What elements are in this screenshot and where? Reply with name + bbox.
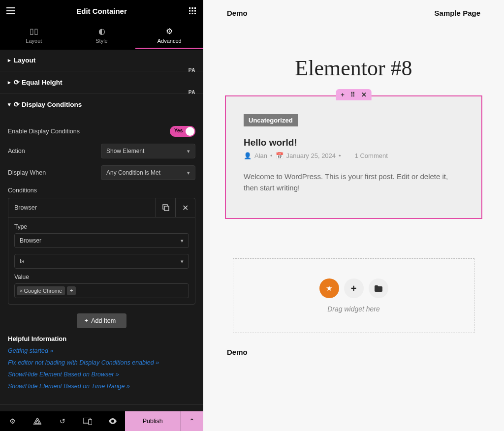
- type-select[interactable]: Browser: [14, 233, 189, 248]
- navigator-button[interactable]: [25, 411, 50, 431]
- add-widget-button[interactable]: +: [344, 278, 364, 298]
- display-when-select[interactable]: Any Condition is Met: [101, 165, 195, 180]
- preview-button[interactable]: [100, 411, 125, 431]
- post-body: Welcome to WordPress. This is your first…: [244, 171, 464, 193]
- enable-conditions-label: Enable Display Conditions: [8, 128, 170, 135]
- help-link[interactable]: Fix editor not loading with Display Cond…: [8, 359, 195, 366]
- favorites-button[interactable]: ★: [319, 278, 339, 298]
- tab-advanced[interactable]: ⚙ Advanced: [135, 22, 203, 49]
- remove-tag-icon[interactable]: ×: [20, 288, 23, 294]
- menu-button[interactable]: [0, 0, 22, 22]
- gear-icon: ⚙: [135, 27, 203, 36]
- type-label: Type: [14, 223, 189, 230]
- user-icon: 👤: [244, 152, 252, 159]
- post-date: January 25, 2024: [286, 152, 336, 159]
- refresh-icon: ⟳: [14, 100, 20, 108]
- caret-right-icon: ▸: [8, 57, 11, 63]
- settings-button[interactable]: ⚙: [0, 411, 25, 431]
- section-layout[interactable]: ▸ Layout: [0, 50, 203, 71]
- drop-label: Drag widget here: [253, 305, 454, 313]
- help-link[interactable]: Show/Hide Element Based on Time Range »: [8, 383, 195, 390]
- svg-rect-4: [192, 10, 193, 12]
- help-heading: Helpful Information: [8, 335, 195, 342]
- panel-title: Edit Container: [22, 7, 182, 15]
- widget-handle[interactable]: + ⠿ ✕: [336, 89, 372, 100]
- tab-layout[interactable]: ▯▯ Layout: [0, 22, 68, 49]
- publish-options-button[interactable]: ⌃: [180, 411, 203, 431]
- add-tag-button[interactable]: +: [67, 286, 76, 295]
- post-author[interactable]: Alan: [254, 152, 267, 159]
- style-icon: ◐: [68, 27, 136, 36]
- page-title: Elementor #8: [203, 56, 504, 81]
- svg-rect-10: [164, 206, 169, 211]
- caret-right-icon: ▸: [8, 79, 11, 86]
- action-label: Action: [8, 148, 101, 154]
- svg-rect-1: [192, 7, 193, 9]
- svg-rect-7: [192, 13, 193, 14]
- nav-sample-page[interactable]: Sample Page: [435, 9, 480, 17]
- post-title[interactable]: Hello world!: [244, 137, 464, 148]
- drop-zone[interactable]: ★ + Drag widget here: [233, 258, 474, 333]
- layout-icon: ▯▯: [0, 27, 68, 36]
- responsive-button[interactable]: [75, 411, 100, 431]
- value-tag[interactable]: ×Google Chrome: [17, 286, 65, 295]
- svg-rect-0: [189, 7, 190, 9]
- category-badge[interactable]: Uncategorized: [244, 114, 298, 126]
- svg-rect-3: [189, 10, 190, 12]
- value-label: Value: [14, 274, 189, 280]
- help-link[interactable]: Show/Hide Element Based on Browser »: [8, 371, 195, 378]
- remove-condition-button[interactable]: ✕: [175, 198, 195, 217]
- templates-button[interactable]: [369, 278, 388, 298]
- operator-select[interactable]: Is: [14, 254, 189, 269]
- svg-rect-8: [194, 13, 196, 14]
- value-input[interactable]: ×Google Chrome +: [14, 283, 189, 298]
- svg-rect-2: [194, 7, 196, 9]
- refresh-icon: ⟳: [14, 78, 20, 86]
- widgets-grid-button[interactable]: [182, 0, 203, 22]
- plus-icon: +: [85, 317, 88, 324]
- post-card[interactable]: Uncategorized Hello world! 👤 Alan • 📅 Ja…: [225, 95, 482, 219]
- condition-name[interactable]: Browser: [8, 198, 156, 217]
- tab-style[interactable]: ◐ Style: [68, 22, 136, 49]
- svg-rect-6: [189, 13, 190, 14]
- section-display-conditions[interactable]: ▾ ⟳ Display Conditions: [0, 93, 203, 115]
- post-comments[interactable]: 1 Comment: [355, 152, 388, 159]
- close-icon[interactable]: ✕: [361, 91, 367, 98]
- bottom-demo[interactable]: Demo: [227, 348, 480, 356]
- svg-rect-12: [89, 420, 92, 425]
- calendar-icon: 📅: [276, 152, 284, 159]
- duplicate-condition-button[interactable]: [156, 198, 175, 217]
- add-item-button[interactable]: +Add Item: [77, 313, 126, 328]
- display-when-label: Display When: [8, 169, 101, 176]
- caret-down-icon: ▾: [8, 101, 11, 108]
- svg-rect-5: [194, 10, 196, 12]
- nav-demo[interactable]: Demo: [227, 9, 248, 17]
- conditions-label: Conditions: [8, 187, 195, 194]
- section-equal-height[interactable]: ▸ ⟳ Equal Height: [0, 71, 203, 93]
- post-meta: 👤 Alan • 📅 January 25, 2024 • 1 Comment: [244, 152, 464, 159]
- publish-button[interactable]: Publish: [125, 411, 180, 431]
- add-widget-icon[interactable]: +: [341, 91, 345, 98]
- drag-icon[interactable]: ⠿: [350, 91, 355, 98]
- history-button[interactable]: ↺: [50, 411, 75, 431]
- help-link[interactable]: Getting started »: [8, 347, 195, 354]
- action-select[interactable]: Show Element: [101, 144, 195, 158]
- enable-conditions-toggle[interactable]: Yes: [170, 126, 195, 137]
